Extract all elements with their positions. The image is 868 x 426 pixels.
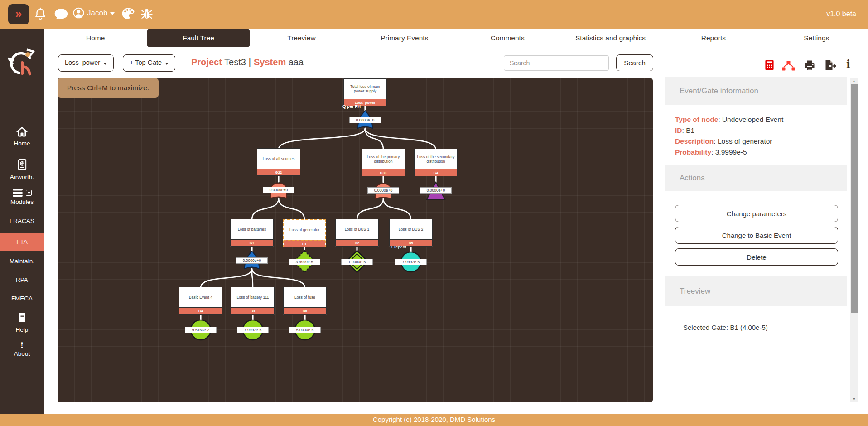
app-version: v1.0 beta	[826, 10, 856, 18]
collapse-sidebar-button[interactable]: »	[8, 4, 29, 24]
passport-icon	[16, 159, 28, 171]
probability-badge: 1.0000e-5	[341, 259, 373, 265]
tab-fault-tree[interactable]: Fault Tree	[147, 29, 250, 47]
sidebar-item-fmeca[interactable]: FMECA	[0, 295, 44, 302]
tab-treeview[interactable]: Treeview	[250, 29, 353, 47]
scroll-down-icon[interactable]: ▼	[850, 397, 858, 402]
fault-tree-canvas[interactable]: Total loss of main power supplyLoss_powe…	[58, 78, 653, 402]
tree-node-G22[interactable]: Loss of all sourcesG22	[257, 148, 300, 176]
calculator-icon[interactable]	[764, 59, 775, 73]
node-id-tag: G22	[257, 169, 300, 175]
book-icon	[17, 312, 28, 324]
chevron-down-icon	[103, 63, 107, 65]
maximize-tooltip: Press Ctrl+M to maximize.	[58, 78, 159, 98]
tab-home[interactable]: Home	[44, 29, 147, 47]
user-menu[interactable]: Jacob	[72, 7, 115, 19]
tree-node-Loss_power[interactable]: Total loss of main power supplyLoss_powe…	[343, 78, 387, 106]
change-parameters-button[interactable]: Change parameters	[675, 205, 838, 222]
node-id-tag: B1	[284, 240, 325, 247]
chevron-down-icon	[165, 63, 169, 65]
printer-icon[interactable]	[804, 60, 815, 73]
chat-icon[interactable]	[53, 6, 69, 24]
tree-node-B3[interactable]: Loss of battery 111B3	[231, 287, 275, 315]
event-gate-info-header: Event/Gate information	[665, 77, 847, 105]
tree-node-B1[interactable]: Loss of generatorB1	[283, 219, 326, 247]
home-icon	[16, 126, 28, 137]
main-tabbar: Home Fault Tree Treeview Primary Events …	[44, 29, 868, 47]
tab-comments[interactable]: Comments	[456, 29, 559, 47]
user-circle-icon	[72, 7, 85, 19]
node-label: Loss of BUS 2	[390, 219, 432, 239]
node-side-label: Q per FH	[342, 104, 361, 109]
sidebar: Home Airworth. Modules FRACAS FTA Mainta…	[0, 29, 44, 414]
project-diagram-icon[interactable]	[782, 61, 795, 73]
app-logo-bird	[7, 47, 37, 81]
node-id-tag: B3	[231, 307, 274, 314]
bell-icon[interactable]	[34, 7, 47, 23]
tab-reports[interactable]: Reports	[662, 29, 765, 47]
tree-node-B2[interactable]: Loss of BUS 1B2	[335, 219, 379, 247]
node-label: Loss of battery 111	[231, 287, 274, 307]
tab-statistics[interactable]: Statistics and graphics	[559, 29, 662, 47]
tree-node-B8[interactable]: Loss of fuseB8	[283, 287, 327, 315]
sidebar-item-airworthiness[interactable]: Airworth.	[0, 159, 44, 180]
info-circle-icon: i	[21, 342, 23, 348]
add-top-gate-dropdown[interactable]: + Top Gate	[123, 54, 175, 72]
tree-node-G33[interactable]: Loss of the primary distributionG33	[362, 149, 405, 176]
sidebar-item-about[interactable]: i About	[0, 341, 44, 357]
node-label: Loss of BUS 1	[336, 219, 378, 239]
copyright-text: Copyright (c) 2018-2020, DMD Solutions	[373, 416, 495, 423]
topbar: » Jacob v1.0 beta	[0, 0, 868, 29]
scroll-up-icon[interactable]: ▲	[850, 79, 858, 83]
treeview-header: Treeview	[665, 276, 847, 306]
bug-icon[interactable]	[140, 7, 154, 22]
panel-scrollbar[interactable]: ▲ ▼	[850, 78, 858, 402]
search-button[interactable]: Search	[616, 54, 653, 71]
tab-settings[interactable]: Settings	[765, 29, 868, 47]
page-title: Project Test3|System aaa	[191, 57, 304, 68]
probability-badge: 5.0000e-6	[289, 327, 321, 333]
node-label: Loss of batteries	[231, 219, 273, 239]
sidebar-item-help[interactable]: Help	[0, 312, 44, 333]
tree-node-B5[interactable]: Loss of BUS 2B5	[389, 219, 433, 247]
field-description: Description: Loss of generator	[675, 137, 772, 145]
tree-select-dropdown[interactable]: Loss_power	[58, 54, 114, 72]
username: Jacob	[87, 9, 107, 18]
tree-node-G1[interactable]: Loss of batteriesG1	[230, 219, 274, 247]
sidebar-item-fracas[interactable]: FRACAS	[0, 218, 44, 224]
tree-node-B4[interactable]: Basic Event 4B4	[179, 287, 222, 315]
sidebar-item-maintain[interactable]: Maintain.	[0, 258, 44, 265]
probability-badge: 0.0000e+0	[236, 257, 268, 264]
field-probability: Probability: 3.9999e-5	[675, 148, 747, 156]
footer: Copyright (c) 2018-2020, DMD Solutions	[0, 414, 868, 426]
node-label: Loss of the secondary distribution	[415, 149, 457, 169]
tab-primary-events[interactable]: Primary Events	[353, 29, 456, 47]
palette-icon[interactable]	[121, 6, 135, 23]
sidebar-item-fta[interactable]: FTA	[0, 233, 44, 251]
file-export-icon[interactable]	[825, 60, 837, 73]
chevron-down-icon	[110, 12, 115, 15]
modules-expand-icon	[26, 190, 32, 196]
probability-badge: 3.9999e-5	[289, 259, 320, 265]
node-id-tag: G33	[362, 169, 405, 176]
delete-button[interactable]: Delete	[675, 248, 838, 266]
node-id-tag: B2	[336, 239, 378, 246]
change-to-basic-event-button[interactable]: Change to Basic Event	[675, 227, 838, 244]
selected-gate-text: Selected Gate: B1 (4.00e-5)	[683, 324, 768, 331]
node-id-tag: B8	[284, 307, 326, 314]
info-icon[interactable]: i	[846, 59, 850, 70]
probability-badge: 0.0000e+0	[263, 187, 294, 193]
tree-node-G4[interactable]: Loss of the secondary distributionG4	[414, 149, 458, 176]
sidebar-item-home[interactable]: Home	[0, 126, 44, 147]
probability-badge: 7.9997e-5	[237, 327, 269, 333]
node-label: Loss of fuse	[284, 287, 326, 307]
sidebar-item-rpa[interactable]: RPA	[0, 276, 44, 283]
field-type-of-node: Type of node: Undeveloped Event	[675, 116, 783, 124]
node-id-tag: G1	[231, 239, 273, 246]
probability-badge: 0.0000e+0	[420, 187, 452, 194]
divider	[675, 316, 838, 316]
search-input[interactable]	[504, 55, 609, 71]
sidebar-item-modules[interactable]: Modules	[0, 189, 44, 205]
node-label: Loss of the primary distribution	[362, 149, 405, 169]
scrollbar-thumb[interactable]	[851, 84, 858, 313]
